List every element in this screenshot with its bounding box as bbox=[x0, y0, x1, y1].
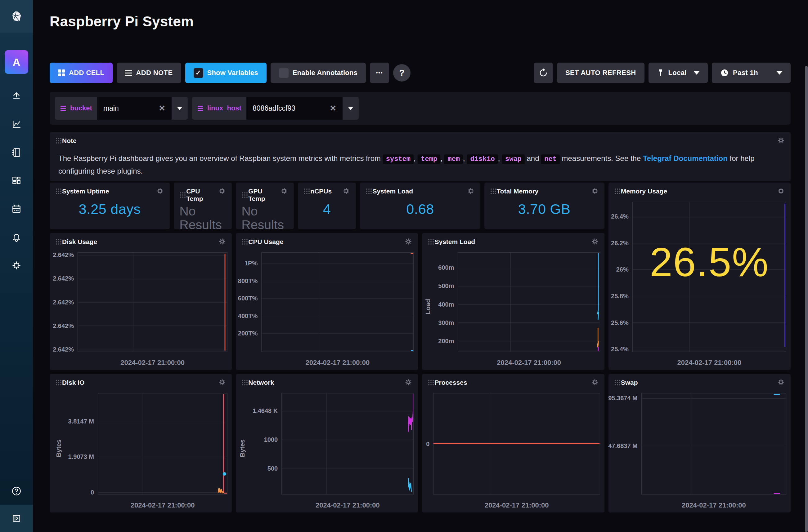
clear-icon[interactable]: ✕ bbox=[159, 103, 165, 113]
gear-icon[interactable] bbox=[218, 378, 226, 386]
y-tick: 400T% bbox=[238, 312, 258, 319]
drag-handle-icon[interactable] bbox=[56, 138, 57, 139]
sidebar-item-data-explorer[interactable] bbox=[0, 110, 33, 138]
y-tick: 25.8% bbox=[611, 292, 629, 300]
variable-linux-host-current: 8086adfccf93 bbox=[253, 104, 295, 113]
line-chart-icon bbox=[11, 119, 22, 130]
drag-handle-icon[interactable] bbox=[56, 380, 57, 381]
time-range-dropdown[interactable]: Past 1h bbox=[712, 63, 791, 83]
disk-io-chart[interactable]: Bytes 3.8147 M 1.9073 M 0 bbox=[50, 389, 232, 512]
telegraf-docs-link[interactable]: Telegraf Documentation bbox=[643, 154, 728, 163]
sidebar-item-settings[interactable] bbox=[0, 251, 33, 279]
toolbar-right: SET AUTO REFRESH Local Past 1h bbox=[534, 63, 791, 83]
variable-bucket: bucket main ✕ bbox=[55, 97, 188, 120]
panel-title: Total Memory bbox=[497, 188, 539, 195]
disk-usage-chart[interactable]: 2.642% 2.642% 2.642% 2.642% 2.642% bbox=[50, 248, 232, 370]
refresh-button[interactable] bbox=[534, 63, 553, 83]
y-tick: 200m bbox=[438, 337, 454, 344]
drag-handle-icon[interactable] bbox=[615, 380, 616, 381]
y-tick: 47.6837 M bbox=[608, 442, 638, 450]
help-button[interactable]: ? bbox=[393, 64, 410, 81]
gear-icon[interactable] bbox=[342, 187, 350, 195]
panel-cpu-temp: CPU Temp No Results bbox=[174, 183, 232, 229]
drag-handle-icon[interactable] bbox=[615, 189, 616, 190]
note-and: and bbox=[527, 154, 539, 163]
sidebar-item-help[interactable] bbox=[0, 477, 33, 505]
more-options-button[interactable]: ••• bbox=[370, 63, 389, 83]
drag-handle-icon[interactable] bbox=[180, 192, 181, 193]
add-cell-button[interactable]: ADD CELL bbox=[50, 63, 113, 83]
sidebar: A bbox=[0, 0, 33, 532]
gear-icon[interactable] bbox=[156, 187, 164, 195]
gear-icon[interactable] bbox=[591, 187, 599, 195]
gear-icon[interactable] bbox=[777, 187, 785, 195]
drag-handle-icon[interactable] bbox=[304, 189, 305, 190]
variable-linux-host-value[interactable]: 8086adfccf93 ✕ bbox=[246, 97, 343, 120]
checkbox-unchecked-icon bbox=[279, 68, 289, 78]
scrollbar-thumb[interactable] bbox=[805, 66, 808, 532]
comma: , bbox=[440, 154, 442, 163]
drag-handle-icon[interactable] bbox=[428, 380, 429, 381]
sidebar-item-upload[interactable] bbox=[0, 82, 33, 110]
sidebar-item-notebooks[interactable] bbox=[0, 138, 33, 167]
gear-icon[interactable] bbox=[404, 238, 412, 246]
y-tick: 2.642% bbox=[53, 322, 74, 329]
cpu-usage-chart[interactable]: 1P% 800T% 600T% 400T% 200T% bbox=[236, 248, 418, 370]
drag-handle-icon[interactable] bbox=[56, 189, 57, 190]
panel-system-load-stat: System Load 0.68 bbox=[360, 183, 480, 229]
sidebar-item-alerts[interactable] bbox=[0, 223, 33, 251]
comma: , bbox=[414, 154, 416, 163]
add-cell-icon bbox=[58, 70, 65, 76]
y-tick: 300m bbox=[438, 319, 454, 326]
drag-handle-icon[interactable] bbox=[242, 192, 243, 193]
gear-icon[interactable] bbox=[467, 187, 475, 195]
gear-icon[interactable] bbox=[404, 378, 412, 386]
y-tick: 1P% bbox=[244, 260, 258, 267]
enable-annotations-label: Enable Annotations bbox=[293, 69, 357, 77]
panel-total-memory: Total Memory 3.70 GB bbox=[484, 183, 604, 229]
gear-icon[interactable] bbox=[591, 238, 599, 246]
y-tick: 1.9073 M bbox=[68, 453, 94, 460]
stat-value: No Results bbox=[236, 203, 294, 232]
memory-usage-chart[interactable]: 26.4% 26.2% 26% 25.8% 25.6% 25.4% bbox=[608, 197, 791, 370]
sidebar-item-dashboards[interactable] bbox=[0, 167, 33, 195]
panel-network: Network Bytes 1.4648 K 1000 500 bbox=[236, 374, 418, 512]
chevron-down-icon bbox=[777, 71, 782, 75]
clear-icon[interactable]: ✕ bbox=[330, 103, 336, 113]
drag-handle-icon[interactable] bbox=[428, 239, 429, 240]
add-note-button[interactable]: ADD NOTE bbox=[117, 63, 181, 83]
panel-title: GPU Temp bbox=[248, 188, 270, 203]
x-axis-label: 2024-02-17 21:00:00 bbox=[433, 501, 600, 509]
bell-icon bbox=[11, 232, 22, 243]
timezone-dropdown[interactable]: Local bbox=[648, 63, 708, 83]
processes-chart[interactable]: 0 2024-02-17 21:00:00 bbox=[422, 389, 604, 512]
gear-icon[interactable] bbox=[218, 187, 226, 195]
set-auto-refresh-button[interactable]: SET AUTO REFRESH bbox=[557, 63, 644, 83]
disk-io-series bbox=[98, 394, 227, 494]
gear-icon[interactable] bbox=[777, 378, 785, 386]
swap-chart[interactable]: 95.3674 M 47.6837 M 2024-02-17 21:00:00 bbox=[608, 389, 791, 512]
variable-bucket-caret[interactable] bbox=[171, 97, 188, 120]
gear-icon[interactable] bbox=[280, 187, 288, 195]
avatar[interactable]: A bbox=[5, 50, 28, 74]
drag-handle-icon[interactable] bbox=[366, 189, 367, 190]
drag-handle-icon[interactable] bbox=[242, 380, 243, 381]
drag-handle-icon[interactable] bbox=[56, 239, 57, 240]
set-auto-refresh-label: SET AUTO REFRESH bbox=[565, 69, 636, 77]
variable-linux-host-caret[interactable] bbox=[343, 97, 359, 120]
main-content: Raspberry Pi System ADD CELL ADD NOTE ✓ … bbox=[33, 0, 808, 532]
enable-annotations-toggle[interactable]: Enable Annotations bbox=[271, 63, 366, 83]
gear-icon[interactable] bbox=[777, 136, 785, 145]
gear-icon[interactable] bbox=[591, 378, 599, 386]
sidebar-item-tasks[interactable] bbox=[0, 195, 33, 223]
gear-icon[interactable] bbox=[218, 238, 226, 246]
drag-handle-icon[interactable] bbox=[491, 189, 492, 190]
network-chart[interactable]: Bytes 1.4648 K 1000 500 2024 bbox=[236, 389, 418, 512]
influxdb-logo[interactable] bbox=[0, 0, 33, 33]
show-variables-toggle[interactable]: ✓ Show Variables bbox=[185, 63, 267, 83]
system-load-series bbox=[458, 253, 600, 352]
sidebar-item-expand[interactable] bbox=[0, 505, 33, 532]
variable-bucket-value[interactable]: main ✕ bbox=[97, 97, 171, 120]
system-load-chart[interactable]: Load 600m 500m 400m 300m 200m bbox=[422, 248, 604, 370]
drag-handle-icon[interactable] bbox=[242, 239, 243, 240]
